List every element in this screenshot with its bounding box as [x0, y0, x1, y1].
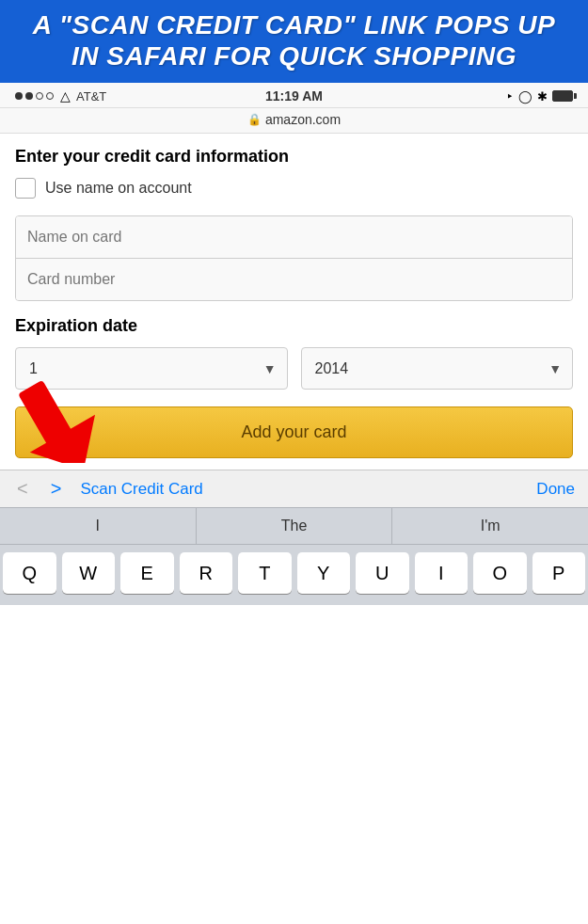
- battery-icon: [552, 90, 573, 102]
- signal-dot-3: [36, 92, 43, 100]
- banner-text: A "SCAN CREDIT CARD" LINK POPS UP IN SAF…: [13, 9, 575, 72]
- alarm-icon: ◯: [518, 89, 532, 104]
- keyboard: Q W E R T Y U I O P: [0, 545, 588, 605]
- bluetooth-icon: ✱: [537, 89, 548, 104]
- status-right: ‣ ◯ ✱: [506, 89, 573, 104]
- key-p[interactable]: P: [532, 552, 586, 594]
- key-u[interactable]: U: [356, 552, 409, 594]
- signal-dot-2: [25, 92, 33, 100]
- checkbox-row[interactable]: Use name on account: [15, 178, 573, 199]
- key-o[interactable]: O: [473, 552, 527, 594]
- key-e[interactable]: E: [120, 552, 174, 594]
- section-title: Enter your credit card information: [15, 147, 573, 167]
- autocomplete-item-im[interactable]: I'm: [392, 508, 588, 544]
- signal-area: △ AT&T: [15, 88, 106, 104]
- address-bar: 🔒 amazon.com: [0, 108, 588, 134]
- key-w[interactable]: W: [62, 552, 116, 594]
- key-t[interactable]: T: [238, 552, 292, 594]
- lock-icon: 🔒: [247, 113, 262, 126]
- year-select[interactable]: 2014 2015 2016 2017 2018 2019 2020: [301, 347, 574, 390]
- forward-button[interactable]: >: [47, 478, 66, 500]
- autocomplete-item-i[interactable]: I: [0, 508, 197, 544]
- keyboard-row-1: Q W E R T Y U I O P: [3, 552, 585, 594]
- key-y[interactable]: Y: [297, 552, 351, 594]
- key-q[interactable]: Q: [3, 552, 56, 594]
- key-r[interactable]: R: [180, 552, 233, 594]
- autocomplete-bar: I The I'm: [0, 507, 588, 545]
- location-icon: ‣: [506, 89, 514, 104]
- wifi-icon: △: [60, 88, 71, 104]
- signal-dot-1: [15, 92, 23, 100]
- card-number-input[interactable]: [16, 258, 572, 300]
- month-select[interactable]: 1 2 3 4 5 6 7 8 9 10 11 12: [15, 347, 288, 390]
- checkbox-label: Use name on account: [45, 180, 192, 197]
- signal-dot-4: [46, 92, 54, 100]
- carrier-label: AT&T: [76, 89, 106, 104]
- done-button[interactable]: Done: [536, 480, 575, 499]
- name-on-card-input[interactable]: [16, 216, 572, 258]
- back-button[interactable]: <: [13, 478, 32, 500]
- time-display: 11:19 AM: [265, 88, 323, 104]
- scan-credit-card-link[interactable]: Scan Credit Card: [80, 480, 521, 499]
- page-content: Enter your credit card information Use n…: [0, 134, 588, 458]
- expiry-label: Expiration date: [15, 316, 573, 336]
- year-select-wrapper: 2014 2015 2016 2017 2018 2019 2020 ▼: [301, 347, 574, 390]
- add-card-section: Add your card: [15, 406, 573, 458]
- use-name-checkbox[interactable]: [15, 178, 36, 199]
- url-display: 🔒 amazon.com: [247, 112, 341, 127]
- expiry-row: 1 2 3 4 5 6 7 8 9 10 11 12 ▼ 2014 2015 2…: [15, 347, 573, 390]
- add-card-button[interactable]: Add your card: [15, 406, 573, 458]
- safari-toolbar: < > Scan Credit Card Done: [0, 470, 588, 507]
- card-input-group: [15, 215, 573, 301]
- autocomplete-item-the[interactable]: The: [197, 508, 393, 544]
- month-select-wrapper: 1 2 3 4 5 6 7 8 9 10 11 12 ▼: [15, 347, 288, 390]
- status-bar: △ AT&T 11:19 AM ‣ ◯ ✱: [0, 83, 588, 108]
- banner: A "SCAN CREDIT CARD" LINK POPS UP IN SAF…: [0, 0, 588, 83]
- url-text: amazon.com: [265, 112, 341, 127]
- key-i[interactable]: I: [415, 552, 469, 594]
